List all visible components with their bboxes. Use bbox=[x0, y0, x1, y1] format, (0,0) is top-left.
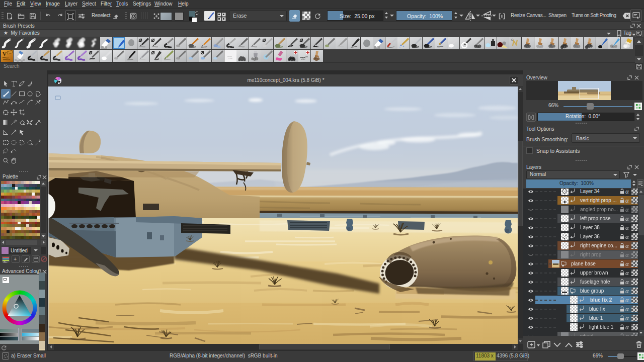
svg-text:V: V bbox=[3, 51, 7, 57]
